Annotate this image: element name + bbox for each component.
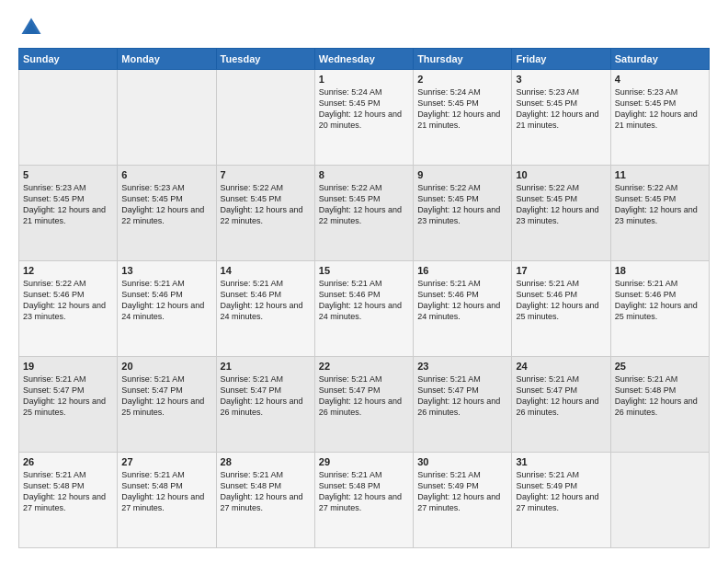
calendar-cell: 24Sunrise: 5:21 AMSunset: 5:47 PMDayligh… (512, 357, 610, 453)
day-number: 15 (319, 265, 409, 276)
calendar-table: SundayMondayTuesdayWednesdayThursdayFrid… (18, 48, 710, 548)
calendar-cell: 14Sunrise: 5:21 AMSunset: 5:46 PMDayligh… (216, 261, 314, 357)
calendar-cell: 3Sunrise: 5:23 AMSunset: 5:45 PMDaylight… (512, 70, 610, 166)
header (18, 15, 710, 40)
day-number: 17 (516, 265, 606, 276)
day-number: 25 (615, 361, 705, 372)
cell-details: Sunrise: 5:21 AMSunset: 5:46 PMDaylight:… (221, 278, 311, 323)
day-number: 6 (121, 169, 211, 180)
calendar-week-4: 19Sunrise: 5:21 AMSunset: 5:47 PMDayligh… (19, 357, 710, 453)
calendar-cell: 15Sunrise: 5:21 AMSunset: 5:46 PMDayligh… (314, 261, 413, 357)
day-number: 16 (417, 265, 507, 276)
cell-details: Sunrise: 5:21 AMSunset: 5:48 PMDaylight:… (23, 469, 113, 514)
day-number: 5 (23, 169, 113, 180)
cell-details: Sunrise: 5:21 AMSunset: 5:49 PMDaylight:… (516, 469, 606, 514)
calendar-cell: 5Sunrise: 5:23 AMSunset: 5:45 PMDaylight… (19, 166, 118, 261)
calendar-cell: 12Sunrise: 5:22 AMSunset: 5:46 PMDayligh… (19, 261, 118, 357)
day-number: 30 (417, 456, 507, 467)
calendar-cell: 29Sunrise: 5:21 AMSunset: 5:48 PMDayligh… (314, 453, 413, 548)
calendar-cell: 25Sunrise: 5:21 AMSunset: 5:48 PMDayligh… (610, 357, 709, 453)
calendar-cell: 4Sunrise: 5:23 AMSunset: 5:45 PMDaylight… (610, 70, 709, 166)
day-number: 12 (23, 265, 113, 276)
day-number: 11 (615, 169, 705, 180)
weekday-header-row: SundayMondayTuesdayWednesdayThursdayFrid… (19, 49, 710, 70)
cell-details: Sunrise: 5:22 AMSunset: 5:45 PMDaylight:… (516, 182, 606, 227)
cell-details: Sunrise: 5:24 AMSunset: 5:45 PMDaylight:… (319, 86, 409, 132)
cell-details: Sunrise: 5:21 AMSunset: 5:48 PMDaylight:… (121, 469, 211, 514)
weekday-header-friday: Friday (512, 49, 610, 70)
weekday-header-sunday: Sunday (19, 49, 118, 70)
day-number: 4 (615, 74, 705, 85)
calendar-cell: 10Sunrise: 5:22 AMSunset: 5:45 PMDayligh… (512, 166, 610, 261)
calendar-cell: 11Sunrise: 5:22 AMSunset: 5:45 PMDayligh… (610, 166, 709, 261)
day-number: 20 (121, 361, 211, 372)
cell-details: Sunrise: 5:21 AMSunset: 5:46 PMDaylight:… (615, 278, 705, 323)
calendar-cell: 9Sunrise: 5:22 AMSunset: 5:45 PMDaylight… (414, 166, 512, 261)
day-number: 19 (23, 361, 113, 372)
weekday-header-wednesday: Wednesday (314, 49, 413, 70)
cell-details: Sunrise: 5:21 AMSunset: 5:48 PMDaylight:… (221, 469, 311, 514)
day-number: 9 (417, 169, 507, 180)
day-number: 1 (319, 74, 409, 85)
cell-details: Sunrise: 5:21 AMSunset: 5:46 PMDaylight:… (319, 278, 409, 323)
cell-details: Sunrise: 5:24 AMSunset: 5:45 PMDaylight:… (417, 86, 507, 132)
cell-details: Sunrise: 5:21 AMSunset: 5:49 PMDaylight:… (417, 469, 507, 514)
calendar-cell: 22Sunrise: 5:21 AMSunset: 5:47 PMDayligh… (314, 357, 413, 453)
calendar-cell: 18Sunrise: 5:21 AMSunset: 5:46 PMDayligh… (610, 261, 709, 357)
cell-details: Sunrise: 5:21 AMSunset: 5:46 PMDaylight:… (417, 278, 507, 323)
day-number: 10 (516, 169, 606, 180)
calendar-cell: 23Sunrise: 5:21 AMSunset: 5:47 PMDayligh… (414, 357, 512, 453)
day-number: 31 (516, 456, 606, 467)
calendar-cell: 16Sunrise: 5:21 AMSunset: 5:46 PMDayligh… (414, 261, 512, 357)
cell-details: Sunrise: 5:21 AMSunset: 5:47 PMDaylight:… (417, 373, 507, 419)
calendar-cell: 6Sunrise: 5:23 AMSunset: 5:45 PMDaylight… (118, 166, 216, 261)
calendar-cell: 13Sunrise: 5:21 AMSunset: 5:46 PMDayligh… (118, 261, 216, 357)
calendar-cell: 7Sunrise: 5:22 AMSunset: 5:45 PMDaylight… (216, 166, 314, 261)
cell-details: Sunrise: 5:22 AMSunset: 5:45 PMDaylight:… (615, 182, 705, 227)
day-number: 3 (516, 74, 606, 85)
calendar-cell (19, 70, 118, 166)
logo (18, 15, 48, 40)
day-number: 21 (221, 361, 311, 372)
day-number: 14 (221, 265, 311, 276)
calendar-cell: 26Sunrise: 5:21 AMSunset: 5:48 PMDayligh… (19, 453, 118, 548)
calendar-week-2: 5Sunrise: 5:23 AMSunset: 5:45 PMDaylight… (19, 166, 710, 261)
calendar-week-5: 26Sunrise: 5:21 AMSunset: 5:48 PMDayligh… (19, 453, 710, 548)
calendar-cell: 8Sunrise: 5:22 AMSunset: 5:45 PMDaylight… (314, 166, 413, 261)
calendar-week-3: 12Sunrise: 5:22 AMSunset: 5:46 PMDayligh… (19, 261, 710, 357)
day-number: 2 (417, 74, 507, 85)
cell-details: Sunrise: 5:21 AMSunset: 5:47 PMDaylight:… (221, 373, 311, 419)
calendar-cell: 2Sunrise: 5:24 AMSunset: 5:45 PMDaylight… (414, 70, 512, 166)
weekday-header-monday: Monday (118, 49, 216, 70)
cell-details: Sunrise: 5:21 AMSunset: 5:47 PMDaylight:… (319, 373, 409, 419)
weekday-header-thursday: Thursday (414, 49, 512, 70)
cell-details: Sunrise: 5:21 AMSunset: 5:46 PMDaylight:… (121, 278, 211, 323)
cell-details: Sunrise: 5:21 AMSunset: 5:48 PMDaylight:… (615, 373, 705, 419)
cell-details: Sunrise: 5:22 AMSunset: 5:45 PMDaylight:… (417, 182, 507, 227)
calendar-cell (118, 70, 216, 166)
cell-details: Sunrise: 5:21 AMSunset: 5:47 PMDaylight:… (121, 373, 211, 419)
cell-details: Sunrise: 5:21 AMSunset: 5:48 PMDaylight:… (319, 469, 409, 514)
cell-details: Sunrise: 5:22 AMSunset: 5:45 PMDaylight:… (319, 182, 409, 227)
day-number: 23 (417, 361, 507, 372)
calendar-cell: 20Sunrise: 5:21 AMSunset: 5:47 PMDayligh… (118, 357, 216, 453)
cell-details: Sunrise: 5:21 AMSunset: 5:46 PMDaylight:… (516, 278, 606, 323)
logo-icon (18, 15, 44, 40)
cell-details: Sunrise: 5:21 AMSunset: 5:47 PMDaylight:… (23, 373, 113, 419)
calendar-cell: 30Sunrise: 5:21 AMSunset: 5:49 PMDayligh… (414, 453, 512, 548)
weekday-header-saturday: Saturday (610, 49, 709, 70)
day-number: 7 (221, 169, 311, 180)
calendar-cell: 19Sunrise: 5:21 AMSunset: 5:47 PMDayligh… (19, 357, 118, 453)
calendar-cell: 21Sunrise: 5:21 AMSunset: 5:47 PMDayligh… (216, 357, 314, 453)
cell-details: Sunrise: 5:22 AMSunset: 5:46 PMDaylight:… (23, 278, 113, 323)
cell-details: Sunrise: 5:23 AMSunset: 5:45 PMDaylight:… (121, 182, 211, 227)
day-number: 29 (319, 456, 409, 467)
cell-details: Sunrise: 5:23 AMSunset: 5:45 PMDaylight:… (23, 182, 113, 227)
calendar-cell: 28Sunrise: 5:21 AMSunset: 5:48 PMDayligh… (216, 453, 314, 548)
cell-details: Sunrise: 5:23 AMSunset: 5:45 PMDaylight:… (516, 86, 606, 132)
day-number: 8 (319, 169, 409, 180)
day-number: 13 (121, 265, 211, 276)
day-number: 24 (516, 361, 606, 372)
day-number: 27 (121, 456, 211, 467)
calendar-cell (216, 70, 314, 166)
